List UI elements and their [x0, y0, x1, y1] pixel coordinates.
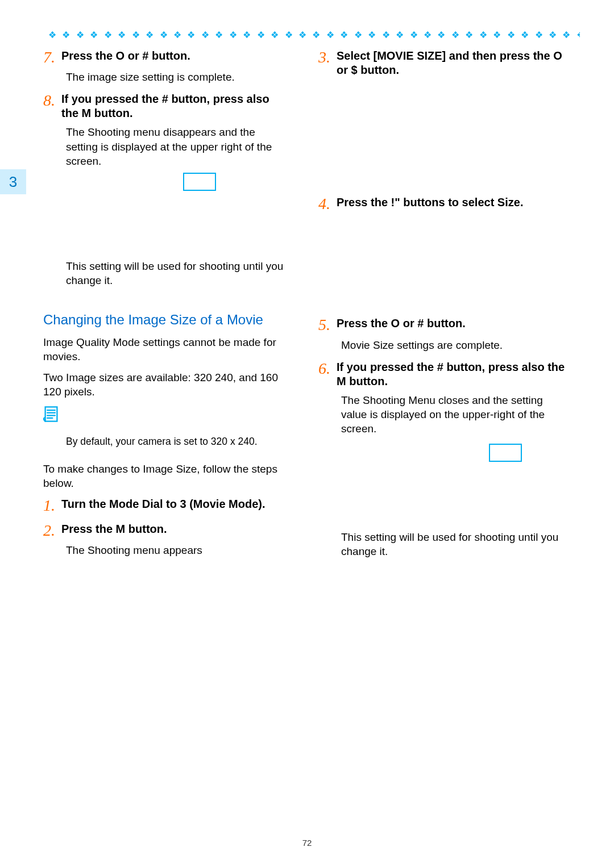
right-column: 3. Select [MOVIE SIZE] and then press th…: [318, 49, 565, 823]
step-number: 1.: [43, 497, 61, 514]
note-text: By default, your camera is set to 320 x …: [66, 435, 288, 448]
step-1: 1. Turn the Mode Dial to 3 (Movie Mode).: [43, 497, 288, 514]
manual-page: ❖ ❖ ❖ ❖ ❖ ❖ ❖ ❖ ❖ ❖ ❖ ❖ ❖ ❖ ❖ ❖ ❖ ❖ ❖ ❖ …: [0, 0, 614, 868]
step-heading: Press the M button.: [61, 522, 167, 539]
step-2: 2. Press the M button.: [43, 522, 288, 539]
paragraph: Image Quality Mode settings cannot be ma…: [43, 335, 288, 364]
step-number: 6.: [318, 360, 337, 389]
left-column: 7. Press the O or # button. The image si…: [43, 49, 288, 823]
step-heading: Press the O or # button.: [61, 49, 190, 65]
step-7: 7. Press the O or # button.: [43, 49, 288, 65]
step-body: The image size setting is complete.: [66, 70, 288, 84]
step-6: 6. If you pressed the # button, press al…: [318, 360, 565, 389]
step-heading: Press the O or # button.: [337, 316, 466, 333]
screen-thumbnail: [489, 444, 522, 462]
step-number: 4.: [318, 195, 337, 212]
content-columns: 7. Press the O or # button. The image si…: [43, 49, 580, 823]
paragraph: Two Image sizes are available: 320 240, …: [43, 370, 288, 399]
step-3: 3. Select [MOVIE SIZE] and then press th…: [318, 49, 565, 77]
step-body: The Shooting menu disappears and the set…: [66, 125, 288, 168]
step-number: 5.: [318, 316, 337, 333]
note-block: [43, 406, 288, 423]
step-number: 8.: [43, 92, 61, 120]
step-4: 4. Press the !" buttons to select Size.: [318, 195, 565, 212]
step-number: 2.: [43, 522, 61, 539]
persist-note: This setting will be used for shooting u…: [66, 259, 288, 287]
step-heading: Select [MOVIE SIZE] and then press the O…: [337, 49, 565, 77]
step-5: 5. Press the O or # button.: [318, 316, 565, 333]
paragraph: To make changes to Image Size, follow th…: [43, 462, 288, 490]
step-number: 7.: [43, 49, 61, 65]
section-heading: Changing the Image Size of a Movie: [43, 311, 288, 328]
screen-thumbnail: [183, 173, 216, 191]
note-icon: [43, 406, 59, 423]
step-heading: If you pressed the # button, press also …: [61, 92, 288, 120]
step-body: The Shooting Menu closes and the setting…: [341, 393, 565, 436]
step-number: 3.: [318, 49, 337, 77]
top-divider: ❖ ❖ ❖ ❖ ❖ ❖ ❖ ❖ ❖ ❖ ❖ ❖ ❖ ❖ ❖ ❖ ❖ ❖ ❖ ❖ …: [48, 30, 580, 40]
page-number: 72: [0, 838, 614, 848]
step-heading: Turn the Mode Dial to 3 (Movie Mode).: [61, 497, 265, 514]
step-heading: Press the !" buttons to select Size.: [337, 195, 523, 212]
step-body: Movie Size settings are complete.: [341, 338, 565, 352]
step-body: The Shooting menu appears: [66, 543, 288, 557]
persist-note: This setting will be used for shooting u…: [341, 530, 565, 558]
side-tab: 3: [0, 169, 26, 194]
step-8: 8. If you pressed the # button, press al…: [43, 92, 288, 120]
step-heading: If you pressed the # button, press also …: [337, 360, 565, 389]
